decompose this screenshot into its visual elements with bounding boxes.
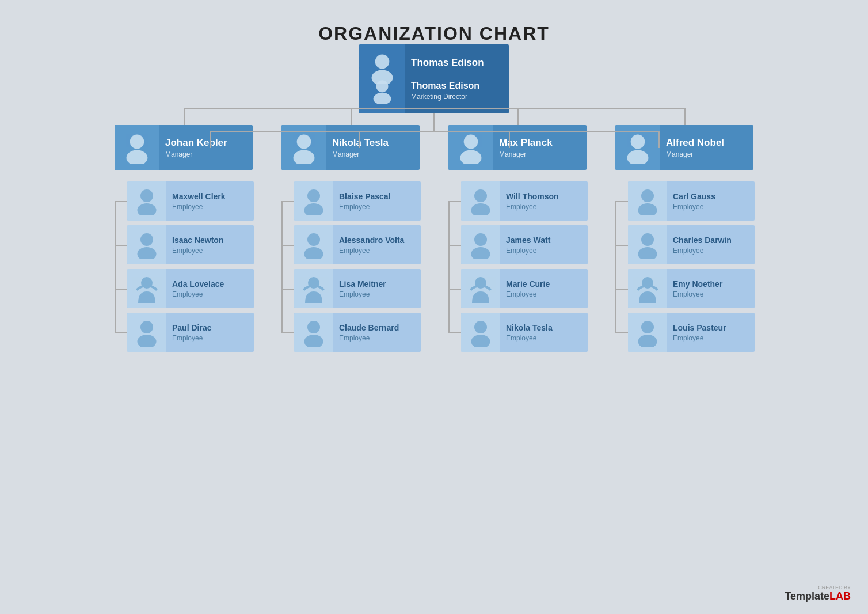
manager-column-0: Johan KeplerManager Maxwell ClerkEmploye… xyxy=(115,125,253,352)
employee-avatar xyxy=(127,225,166,264)
employee-avatar xyxy=(294,225,333,264)
employee-item: Claude BernardEmployee xyxy=(294,313,420,352)
employee-role: Employee xyxy=(506,203,582,211)
manager-role: Manager xyxy=(165,150,247,158)
employee-role: Employee xyxy=(172,247,248,255)
employee-node: Charles DarwinEmployee xyxy=(628,225,755,264)
svg-point-7 xyxy=(138,203,157,215)
employee-role: Employee xyxy=(172,290,248,298)
employee-name: Alessandro Volta xyxy=(339,235,415,245)
employee-name: Blaise Pascal xyxy=(339,191,415,202)
svg-point-38 xyxy=(641,321,654,333)
employee-node: Paul DiracEmployee xyxy=(127,313,254,352)
svg-point-32 xyxy=(627,150,649,164)
employee-info: Paul DiracEmployee xyxy=(166,320,254,344)
employee-info: Marie CurieEmployee xyxy=(500,276,588,301)
employee-avatar xyxy=(628,313,667,352)
svg-point-20 xyxy=(307,321,320,333)
top-info: Thomas Edison Marketing Director xyxy=(405,78,509,104)
employee-name: Claude Bernard xyxy=(339,323,415,333)
svg-point-39 xyxy=(638,335,657,347)
employee-role: Employee xyxy=(506,290,582,298)
manager-column-3: Alfred NobelManager Carl GaussEmployee C… xyxy=(615,125,753,352)
employee-avatar xyxy=(294,313,333,352)
employee-node: Carl GaussEmployee xyxy=(628,181,755,221)
employee-node: Claude BernardEmployee xyxy=(294,313,421,352)
svg-point-35 xyxy=(641,233,654,246)
top-name: Thomas Edison xyxy=(411,80,503,92)
svg-point-23 xyxy=(460,150,482,164)
svg-point-25 xyxy=(471,203,490,215)
employee-info: Maxwell ClerkEmployee xyxy=(166,189,254,213)
employee-role: Employee xyxy=(506,334,582,342)
watermark-brand: TemplateLAB xyxy=(785,590,851,602)
manager-role: Manager xyxy=(332,150,414,158)
employee-name: Will Thomson xyxy=(506,191,582,202)
employee-item: James WattEmployee xyxy=(461,225,587,264)
employee-name: Emy Noether xyxy=(673,279,749,289)
employee-role: Employee xyxy=(339,247,415,255)
svg-point-11 xyxy=(140,321,153,333)
employee-item: Maxwell ClerkEmployee xyxy=(127,181,253,221)
employee-node: Alessandro VoltaEmployee xyxy=(294,225,421,264)
employee-name: Lisa Meitner xyxy=(339,279,415,289)
employee-role: Employee xyxy=(172,334,248,342)
employee-avatar xyxy=(127,181,166,221)
watermark-created-by: CREATED BY xyxy=(785,585,851,590)
watermark: CREATED BY TemplateLAB xyxy=(785,585,851,602)
employee-info: Ada LovelaceEmployee xyxy=(166,276,254,301)
employee-info: James WattEmployee xyxy=(500,233,588,257)
svg-point-4 xyxy=(130,135,144,149)
employee-node: Nikola TeslaEmployee xyxy=(461,313,588,352)
svg-point-17 xyxy=(307,233,320,246)
manager-role: Manager xyxy=(666,150,748,158)
employee-avatar xyxy=(294,269,333,308)
svg-point-6 xyxy=(140,189,153,202)
employee-info: Lisa MeitnerEmployee xyxy=(333,276,421,301)
employee-item: Will ThomsonEmployee xyxy=(461,181,587,221)
employee-section-0: Maxwell ClerkEmployee Isaac NewtonEmploy… xyxy=(115,181,253,352)
employee-item: Emy NoetherEmployee xyxy=(628,269,753,308)
manager-avatar xyxy=(448,125,493,170)
employee-section-1: Blaise PascalEmployee Alessandro VoltaEm… xyxy=(281,181,420,352)
employee-role: Employee xyxy=(673,334,749,342)
employee-avatar xyxy=(461,225,500,264)
employee-node: Louis PasteurEmployee xyxy=(628,313,755,352)
svg-point-5 xyxy=(127,150,148,164)
employee-info: Emy NoetherEmployee xyxy=(667,276,755,301)
employee-name: Ada Lovelace xyxy=(172,279,248,289)
manager-column-2: Max PlanckManager Will ThomsonEmployee J… xyxy=(448,125,587,352)
svg-point-9 xyxy=(138,247,157,259)
employee-avatar xyxy=(628,181,667,221)
employee-avatar xyxy=(461,181,500,221)
employee-role: Employee xyxy=(339,334,415,342)
svg-point-33 xyxy=(641,189,654,202)
svg-point-18 xyxy=(304,247,323,259)
employee-name: Carl Gauss xyxy=(673,191,749,202)
manager-column-1: Nikola TeslaManager Blaise PascalEmploye… xyxy=(281,125,420,352)
employee-item: Alessandro VoltaEmployee xyxy=(294,225,420,264)
employee-role: Employee xyxy=(339,203,415,211)
employee-name: Maxwell Clerk xyxy=(172,191,248,202)
svg-point-2 xyxy=(375,55,390,69)
svg-point-30 xyxy=(471,335,490,347)
employee-name: Marie Curie xyxy=(506,279,582,289)
watermark-lab: LAB xyxy=(829,590,851,602)
employee-role: Employee xyxy=(673,203,749,211)
employee-name: Paul Dirac xyxy=(172,323,248,333)
employee-section-3: Carl GaussEmployee Charles DarwinEmploye… xyxy=(615,181,753,352)
manager-avatar xyxy=(281,125,326,170)
employee-node: Emy NoetherEmployee xyxy=(628,269,755,308)
manager-role: Manager xyxy=(499,150,581,158)
svg-point-14 xyxy=(294,150,315,164)
svg-point-1 xyxy=(374,93,391,104)
svg-point-16 xyxy=(304,203,323,215)
employee-avatar xyxy=(461,313,500,352)
svg-point-13 xyxy=(297,135,311,149)
svg-point-36 xyxy=(638,247,657,259)
employee-name: Louis Pasteur xyxy=(673,323,749,333)
employee-avatar xyxy=(127,269,166,308)
employee-name: Nikola Tesla xyxy=(506,323,582,333)
employee-node: Isaac NewtonEmployee xyxy=(127,225,254,264)
employee-info: Carl GaussEmployee xyxy=(667,189,755,213)
